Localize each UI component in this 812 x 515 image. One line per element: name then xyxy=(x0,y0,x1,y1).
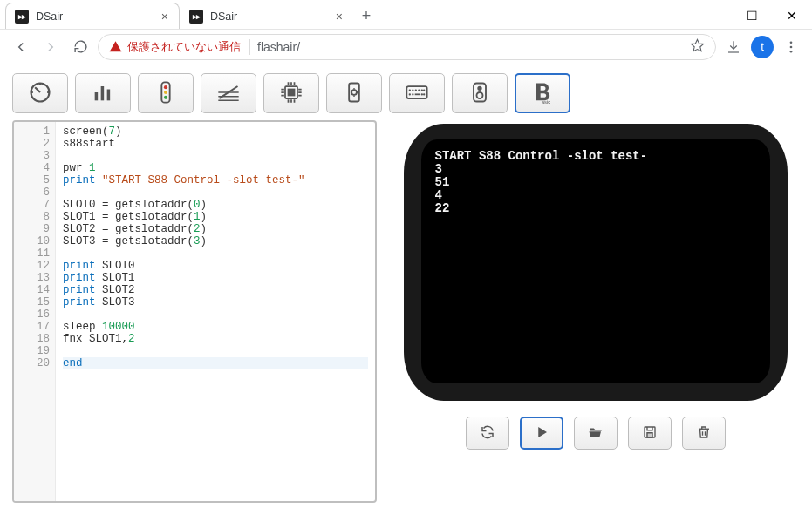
code-line[interactable]: print SLOT0 xyxy=(63,260,368,272)
bookmark-star-icon[interactable] xyxy=(690,38,705,56)
browser-tab[interactable]: ▸▸ DSair × xyxy=(5,3,180,29)
window-close-button[interactable]: ✕ xyxy=(772,3,812,29)
cpu-icon xyxy=(279,80,304,107)
window-titlebar: ▸▸ DSair × ▸▸ DSair × + — ☐ ✕ xyxy=(0,0,812,30)
app-content: asic 1 2 3 4 5 6 7 8 9 10 11 12 13 14 15… xyxy=(0,64,812,512)
svg-point-8 xyxy=(164,85,167,89)
url-text: flashair/ xyxy=(257,40,300,54)
tool-keyboard[interactable] xyxy=(389,73,445,113)
code-line[interactable]: screen(7) xyxy=(63,125,368,138)
svg-point-14 xyxy=(351,90,357,95)
browser-tab[interactable]: ▸▸ DSair × xyxy=(180,3,354,29)
code-line[interactable]: SLOT3 = getslotaddr(3) xyxy=(63,235,368,247)
code-line[interactable]: print SLOT2 xyxy=(63,284,368,296)
code-line[interactable]: print "START S88 Control -slot test-" xyxy=(63,174,368,186)
security-warning: 保護されていない通信 xyxy=(109,39,250,55)
url-field[interactable]: 保護されていない通信 flashair/ xyxy=(98,34,716,60)
code-line[interactable]: SLOT0 = getslotaddr(0) xyxy=(63,199,368,211)
svg-rect-6 xyxy=(107,89,111,100)
main-panes: 1 2 3 4 5 6 7 8 9 10 11 12 13 14 15 16 1… xyxy=(12,120,800,503)
svg-rect-13 xyxy=(349,83,359,101)
code-line[interactable] xyxy=(63,345,368,357)
svg-rect-5 xyxy=(101,86,105,100)
code-line[interactable]: end xyxy=(63,357,368,369)
code-line[interactable]: pwr 1 xyxy=(63,162,368,174)
device-settings-icon xyxy=(342,80,366,107)
tool-basic[interactable]: asic xyxy=(515,73,570,113)
open-icon xyxy=(588,424,604,443)
svg-point-18 xyxy=(477,92,483,98)
code-line[interactable]: s88start xyxy=(63,138,368,150)
code-line[interactable]: print SLOT3 xyxy=(63,296,368,308)
svg-rect-4 xyxy=(95,92,99,100)
svg-point-9 xyxy=(164,90,167,93)
traffic-light-icon xyxy=(154,80,178,107)
tool-bar-chart[interactable] xyxy=(75,73,131,113)
profile-avatar[interactable]: t xyxy=(751,36,774,58)
browser-tabs: ▸▸ DSair × ▸▸ DSair × xyxy=(0,3,354,29)
tool-device-settings[interactable] xyxy=(326,73,382,113)
code-line[interactable] xyxy=(63,308,368,321)
svg-rect-15 xyxy=(406,86,426,98)
svg-text:asic: asic xyxy=(542,98,550,104)
tab-favicon: ▸▸ xyxy=(15,10,29,24)
run-toolbar xyxy=(466,417,726,450)
delete-button[interactable] xyxy=(682,417,726,450)
browser-menu-button[interactable] xyxy=(779,35,803,59)
output-pane: START S88 Control -slot test- 3 51 4 22 xyxy=(391,120,800,503)
tab-title: DSair xyxy=(210,10,329,23)
svg-point-0 xyxy=(790,41,793,44)
editor-code-area[interactable]: screen(7)s88start pwr 1print "START S88 … xyxy=(56,122,375,501)
security-warning-text: 保護されていない通信 xyxy=(127,39,241,55)
window-controls: — ☐ ✕ xyxy=(692,3,812,29)
new-tab-button[interactable]: + xyxy=(354,7,379,29)
code-line[interactable] xyxy=(63,150,368,162)
reload-button[interactable] xyxy=(466,417,509,450)
window-minimize-button[interactable]: — xyxy=(692,3,732,29)
download-icon[interactable] xyxy=(721,35,746,59)
svg-point-1 xyxy=(790,45,793,48)
basic-icon: asic xyxy=(530,80,555,107)
code-line[interactable] xyxy=(63,247,368,260)
tool-rails[interactable] xyxy=(201,73,256,113)
app-toolbar: asic xyxy=(12,73,800,113)
console-output: START S88 Control -slot test- 3 51 4 22 xyxy=(421,139,770,383)
speaker-icon xyxy=(467,80,492,107)
svg-point-10 xyxy=(164,95,167,98)
code-editor[interactable]: 1 2 3 4 5 6 7 8 9 10 11 12 13 14 15 16 1… xyxy=(12,120,377,503)
bar-chart-icon xyxy=(91,80,115,107)
browser-address-bar: 保護されていない通信 flashair/ t xyxy=(0,30,812,64)
nav-reload-button[interactable] xyxy=(68,35,92,59)
tool-speaker[interactable] xyxy=(452,73,508,113)
monitor-frame: START S88 Control -slot test- 3 51 4 22 xyxy=(404,124,788,401)
gauge-icon xyxy=(28,80,52,107)
open-button[interactable] xyxy=(574,417,618,450)
nav-forward-button[interactable] xyxy=(38,35,63,59)
window-maximize-button[interactable]: ☐ xyxy=(732,3,772,29)
tool-gauge[interactable] xyxy=(12,73,68,113)
code-line[interactable]: print SLOT1 xyxy=(63,272,368,284)
tab-close-icon[interactable]: × xyxy=(161,10,168,23)
tool-cpu[interactable] xyxy=(263,73,319,113)
code-line[interactable] xyxy=(63,186,368,199)
svg-rect-12 xyxy=(289,89,295,95)
save-button[interactable] xyxy=(628,417,672,450)
save-icon xyxy=(642,424,658,443)
nav-back-button[interactable] xyxy=(9,35,33,59)
svg-point-17 xyxy=(478,86,481,90)
code-line[interactable]: fnx SLOT1,2 xyxy=(63,333,368,345)
play-button[interactable] xyxy=(520,417,563,450)
keyboard-icon xyxy=(405,80,429,107)
tab-close-icon[interactable]: × xyxy=(336,10,343,23)
tab-title: DSair xyxy=(36,10,154,23)
rails-icon xyxy=(216,80,241,107)
code-line[interactable]: SLOT2 = getslotaddr(2) xyxy=(63,223,368,235)
code-line[interactable]: sleep 10000 xyxy=(63,321,368,333)
delete-icon xyxy=(696,424,712,443)
svg-point-2 xyxy=(790,50,793,52)
play-icon xyxy=(534,424,549,443)
tool-traffic-light[interactable] xyxy=(138,73,194,113)
tab-favicon: ▸▸ xyxy=(189,10,203,24)
editor-gutter: 1 2 3 4 5 6 7 8 9 10 11 12 13 14 15 16 1… xyxy=(14,122,56,501)
code-line[interactable]: SLOT1 = getslotaddr(1) xyxy=(63,211,368,223)
